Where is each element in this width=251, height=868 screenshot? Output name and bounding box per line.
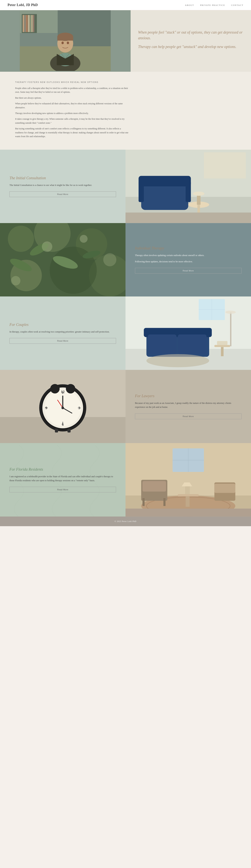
intro-section: THERAPY FOSTERS NEW OUTLOOKS WHICH REVEA… — [0, 72, 251, 150]
svg-point-29 — [193, 192, 205, 196]
consultation-text: The Initial Consultation The Initial Con… — [0, 150, 126, 223]
consultation-title: The Initial Consultation — [9, 176, 116, 180]
svg-rect-10 — [33, 15, 34, 32]
couples-section: For Couples In therapy, couples often wo… — [0, 297, 251, 370]
consultation-read-more[interactable]: Read More — [9, 191, 116, 197]
florida-read-more[interactable]: Read More — [9, 487, 116, 492]
nav-private-practice[interactable]: PRIVATE PRACTICE — [200, 4, 225, 6]
lawyers-read-more[interactable]: Read More — [135, 413, 242, 419]
svg-rect-55 — [148, 334, 176, 354]
lawyers-text: For Lawyers Because of my past work as a… — [126, 370, 251, 443]
lawyers-image: 12 3 6 9 — [0, 370, 126, 443]
svg-rect-7 — [28, 15, 30, 32]
intro-p1: People often call a therapist after they… — [15, 86, 129, 94]
couples-image — [126, 297, 251, 370]
florida-title: For Florida Residents — [9, 467, 116, 471]
svg-rect-60 — [217, 341, 227, 345]
svg-rect-9 — [31, 15, 33, 32]
couples-read-more[interactable]: Read More — [9, 338, 116, 344]
svg-point-18 — [67, 41, 69, 44]
lawyers-section: 12 3 6 9 For Lawyers Because of my past … — [0, 370, 251, 443]
main-nav: ABOUT PRIVATE PRACTICE CONTACT — [185, 4, 243, 6]
florida-text: For Florida Residents I am registered as… — [0, 443, 126, 517]
svg-rect-8 — [30, 15, 31, 32]
hero-section: When people feel "stuck" or out of optio… — [0, 10, 251, 72]
florida-image — [126, 443, 251, 517]
svg-point-43 — [80, 235, 87, 243]
consultation-desc: The Initial Consultation is a chance to … — [9, 183, 116, 187]
footer-copyright: © 2023 Peter Lobl PhD — [114, 520, 137, 522]
svg-rect-90 — [143, 498, 145, 506]
footer: © 2023 Peter Lobl PhD — [0, 517, 251, 526]
couples-desc: In therapy, couples often work at resolv… — [9, 330, 116, 334]
site-logo[interactable]: Peter Lobl, JD PhD — [8, 3, 38, 7]
svg-point-52 — [225, 311, 236, 314]
svg-rect-57 — [214, 345, 230, 347]
nav-contact[interactable]: CONTACT — [231, 4, 243, 6]
svg-rect-4 — [23, 15, 24, 32]
couples-title: For Couples — [9, 322, 116, 327]
couples-text: For Couples In therapy, couples often wo… — [0, 297, 126, 370]
intro-p3: When people believe they've exhausted al… — [15, 102, 129, 110]
svg-point-59 — [146, 354, 209, 367]
lawyers-title: For Lawyers — [135, 394, 242, 398]
svg-rect-96 — [186, 496, 190, 507]
intro-p6: But trying something outside of one's co… — [15, 127, 129, 138]
florida-desc: I am registered as a telehealth provider… — [9, 474, 116, 483]
svg-rect-82 — [55, 429, 58, 432]
svg-rect-102 — [126, 509, 251, 517]
svg-rect-21 — [204, 152, 246, 179]
svg-rect-6 — [26, 15, 28, 32]
intro-p2: But there are always options. — [15, 96, 129, 100]
consultation-image — [126, 150, 251, 223]
individual-therapy-section: Individual Therapy Therapy often involve… — [0, 223, 251, 297]
svg-rect-83 — [67, 429, 71, 432]
svg-rect-97 — [185, 486, 190, 494]
therapy-title: Individual Therapy — [135, 246, 242, 250]
svg-rect-23 — [139, 176, 191, 186]
svg-rect-92 — [143, 481, 166, 492]
therapy-desc1: Therapy often involves updating certain … — [135, 253, 242, 257]
svg-rect-56 — [178, 334, 207, 354]
svg-point-17 — [62, 41, 64, 44]
therapy-text: Individual Therapy Therapy often involve… — [126, 223, 251, 297]
therapy-image — [0, 223, 126, 297]
intro-p5: It takes courage to give therapy a try. … — [15, 117, 129, 125]
header: Peter Lobl, JD PhD ABOUT PRIVATE PRACTIC… — [0, 0, 251, 10]
svg-rect-58 — [221, 347, 223, 356]
intro-p4: Therapy involves developing new options … — [15, 111, 129, 115]
svg-rect-30 — [126, 213, 251, 223]
hero-image — [0, 10, 131, 72]
svg-point-81 — [66, 384, 75, 394]
svg-point-44 — [103, 253, 116, 266]
svg-point-80 — [50, 384, 60, 394]
svg-rect-5 — [25, 15, 26, 32]
hero-text-block: When people feel "stuck" or out of optio… — [131, 10, 251, 72]
hero-quote-2: Therapy can help people get "unstuck" an… — [138, 44, 243, 50]
svg-point-45 — [11, 276, 21, 285]
therapy-read-more[interactable]: Read More — [135, 268, 242, 274]
svg-rect-16 — [57, 37, 73, 40]
florida-section: For Florida Residents I am registered as… — [0, 443, 251, 517]
nav-about[interactable]: ABOUT — [185, 4, 194, 6]
svg-point-42 — [42, 242, 52, 252]
svg-rect-94 — [214, 484, 236, 493]
svg-rect-91 — [164, 498, 166, 506]
therapy-desc2: Following these updates, decisions tend … — [135, 260, 242, 264]
hero-quote-1: When people feel "stuck" or out of optio… — [138, 29, 243, 41]
svg-rect-24 — [139, 181, 144, 202]
lawyers-desc: Because of my past work as an Associate,… — [135, 401, 242, 409]
svg-point-32 — [8, 226, 34, 252]
svg-rect-95 — [178, 494, 199, 496]
svg-rect-25 — [186, 181, 191, 202]
intro-title: THERAPY FOSTERS NEW OUTLOOKS WHICH REVEA… — [15, 81, 236, 83]
svg-rect-51 — [230, 312, 231, 346]
svg-point-79 — [62, 406, 64, 409]
initial-consultation-section: The Initial Consultation The Initial Con… — [0, 150, 251, 223]
